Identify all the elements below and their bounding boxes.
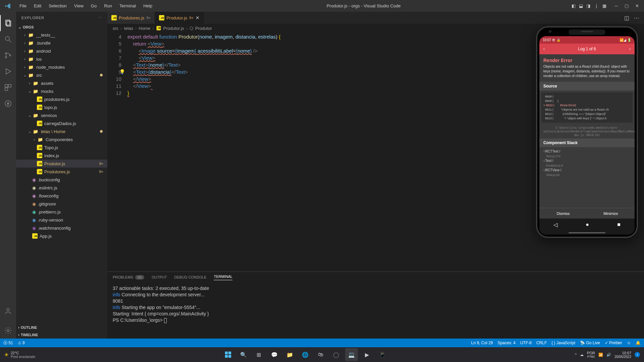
menu-edit[interactable]: Edit [31, 1, 45, 10]
search-icon[interactable]: 🔍 [237, 348, 250, 361]
tray-onedrive-icon[interactable]: ☁ [580, 353, 584, 357]
split-icon[interactable]: ◫ [624, 15, 629, 21]
tree-item[interactable]: JScarregaDados.js [16, 119, 107, 127]
tree-item[interactable]: JSProdutor.js9+ [16, 160, 107, 168]
close-icon[interactable]: ✕ [635, 3, 639, 8]
tree-item[interactable]: JSTopo.js [16, 143, 107, 152]
explorer-icon[interactable]: 📁 [283, 348, 296, 361]
section-timeline[interactable]: ›TIMELINE [16, 331, 107, 339]
status-warnings[interactable]: ⚠ 9 [18, 341, 25, 345]
powershell-icon[interactable]: ▶ [361, 348, 373, 361]
panel-output[interactable]: OUTPUT [152, 275, 167, 279]
tray-clock[interactable]: 10:0720/05/2022 [614, 351, 631, 359]
panel-bottom-icon[interactable]: ⬓ [579, 3, 583, 8]
taskbar-weather[interactable]: ☀ 22°CPred ensolarado [0, 351, 35, 359]
tree-item[interactable]: ◉.watchmanconfig [16, 224, 107, 232]
section-outline[interactable]: ›OUTLINE [16, 324, 107, 331]
tree-item[interactable]: ⌄📁mocks [16, 87, 107, 95]
tab-produtor[interactable]: JSProdutor.js9+✕ [155, 12, 204, 24]
menu-go[interactable]: Go [88, 1, 100, 10]
account-icon[interactable] [0, 303, 16, 319]
menu-selection[interactable]: Selection [45, 1, 70, 10]
more-icon[interactable]: ⋯ [98, 15, 102, 20]
tree-item[interactable]: ›📁.bundle [16, 39, 107, 47]
dell-icon[interactable]: ◯ [330, 348, 342, 361]
android-home-icon[interactable]: ● [586, 222, 589, 228]
tree-item[interactable]: ›📁__tests__ [16, 31, 107, 39]
extensions-icon[interactable] [0, 79, 16, 96]
maximize-icon[interactable]: ▢ [625, 3, 629, 8]
android-recent-icon[interactable]: ■ [617, 222, 621, 228]
status-prettier[interactable]: ✓ Prettier [605, 341, 622, 345]
layout-grid-icon[interactable]: ▦ [602, 3, 606, 8]
panel-debug[interactable]: DEBUG CONSOLE [174, 275, 207, 279]
teams-icon[interactable]: 💬 [268, 348, 281, 361]
panel-problems[interactable]: PROBLEMS60 [113, 275, 144, 280]
tree-item[interactable]: JSProdutores.js9+ [16, 168, 107, 176]
tab-close-icon[interactable]: ✕ [196, 15, 200, 20]
menu-view[interactable]: View [71, 1, 87, 10]
status-bell-icon[interactable]: 🔔 [636, 341, 641, 345]
phone-prev-icon[interactable]: ‹ [543, 47, 545, 51]
tree-item[interactable]: ›📁android [16, 47, 107, 55]
tree-item[interactable]: JSindex.js [16, 152, 107, 160]
store-icon[interactable]: 🛍 [314, 348, 327, 361]
status-golive[interactable]: 📡 Go Live [580, 341, 600, 345]
tree-item[interactable]: ⌄📁telas \ Home [16, 127, 107, 135]
panel-left-icon[interactable]: ◧ [572, 3, 576, 8]
tree-item[interactable]: ⌄📁src [16, 71, 107, 79]
menu-terminal[interactable]: Terminal [116, 1, 139, 10]
emulator-icon[interactable]: 📱 [376, 348, 389, 361]
status-position[interactable]: Ln 9, Col 29 [471, 341, 493, 345]
panel-right-icon[interactable]: ◨ [586, 3, 590, 8]
tree-item[interactable]: ◉.gitignore [16, 200, 107, 208]
tray-volume-icon[interactable]: 🔊 [606, 353, 611, 357]
tree-item[interactable]: JSprodutores.js [16, 95, 107, 103]
tree-item[interactable]: ⌄📁servicos [16, 111, 107, 119]
tree-item[interactable]: ◉.flowconfig [16, 192, 107, 200]
tray-chevron-icon[interactable]: ^ [575, 353, 577, 357]
tab-produtores[interactable]: JSProdutores.js9+ [107, 12, 155, 24]
vscode-icon[interactable]: 💻 [345, 348, 358, 361]
tree-item[interactable]: ›📁ios [16, 55, 107, 63]
section-orgs[interactable]: ⌄ORGS [16, 23, 107, 31]
status-eol[interactable]: CRLF [536, 341, 547, 345]
tree-item[interactable]: JStopo.js [16, 103, 107, 111]
dismiss-button[interactable]: Dismiss [539, 208, 587, 219]
menu-file[interactable]: File [16, 1, 30, 10]
status-feedback-icon[interactable]: ☺ [627, 341, 631, 345]
status-errors[interactable]: ⓧ 51 [3, 340, 13, 346]
minimize-icon[interactable]: ─ [615, 3, 618, 8]
tray-wifi-icon[interactable]: 📶 [598, 353, 603, 357]
edge-icon[interactable]: 🌐 [299, 348, 312, 361]
thunder-icon[interactable] [0, 96, 16, 112]
tree-item[interactable]: ◉.prettierrc.js [16, 208, 107, 216]
taskview-icon[interactable]: ⊞ [253, 348, 265, 361]
menu-help[interactable]: Help [140, 1, 156, 10]
tree-item[interactable]: ◉.eslintrc.js [16, 184, 107, 192]
source-control-icon[interactable] [0, 47, 16, 63]
status-encoding[interactable]: UTF-8 [520, 341, 532, 345]
tree-item[interactable]: ›📁node_modules [16, 63, 107, 71]
settings-icon[interactable] [0, 322, 16, 339]
menu-run[interactable]: Run [101, 1, 115, 10]
explorer-icon[interactable] [0, 15, 16, 31]
minimize-button[interactable]: Minimize [587, 208, 635, 219]
tree-item[interactable]: ›📁assets [16, 79, 107, 87]
tree-item[interactable]: ›📁Componentes [16, 135, 107, 143]
tray-notifications-icon[interactable]: 3 [635, 352, 640, 357]
tray-lang[interactable]: PORPTB2 [587, 351, 595, 358]
tree-item[interactable]: ◉.buckconfig [16, 176, 107, 184]
more-icon[interactable]: ⋯ [634, 15, 639, 21]
search-icon[interactable] [0, 31, 16, 47]
terminal-content[interactable]: 37 actionable tasks: 2 executed, 35 up-t… [107, 283, 644, 339]
phone-next-icon[interactable]: › [629, 47, 631, 51]
panel-terminal[interactable]: TERMINAL [214, 275, 232, 280]
run-debug-icon[interactable] [0, 63, 16, 79]
start-icon[interactable] [222, 348, 234, 361]
status-spaces[interactable]: Spaces: 4 [498, 341, 516, 345]
tree-item[interactable]: ◉.ruby-version [16, 216, 107, 224]
android-back-icon[interactable]: ◁ [553, 222, 557, 228]
tree-item[interactable]: JSApp.js [16, 232, 107, 240]
status-lang[interactable]: { } JavaScript [551, 341, 575, 345]
